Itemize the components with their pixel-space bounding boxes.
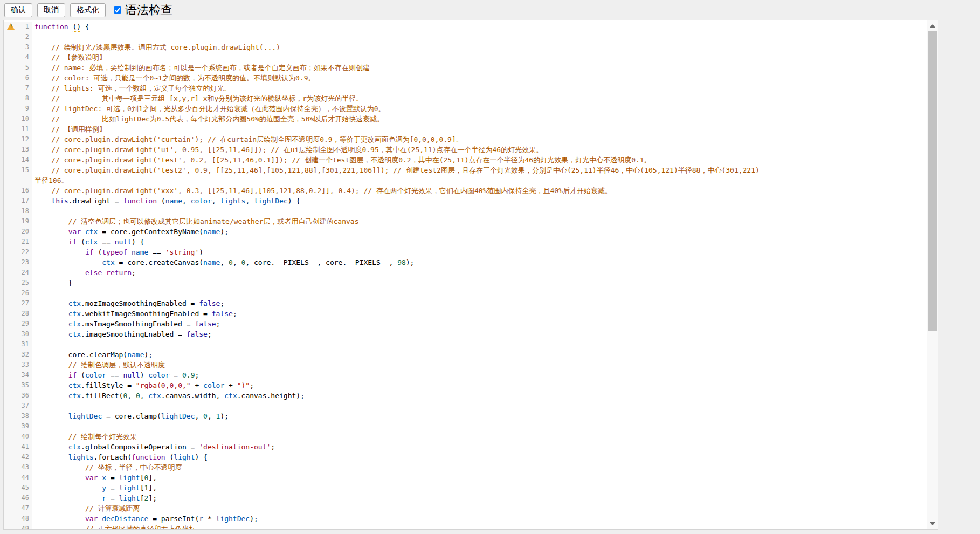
scroll-up-icon[interactable] bbox=[930, 24, 935, 28]
code-line[interactable]: 6 // color: 可选，只能是一个0~1之间的数，为不透明度的值。不填则默… bbox=[4, 73, 927, 83]
code-line[interactable]: 33 // 绘制色调层，默认不透明度 bbox=[4, 360, 927, 370]
code-line[interactable]: 42 lights.forEach(function (light) { bbox=[4, 452, 927, 462]
code-line[interactable]: 18 bbox=[4, 206, 927, 216]
code-line[interactable]: 47 // 计算衰减距离 bbox=[4, 503, 927, 514]
scrollbar-thumb[interactable] bbox=[928, 31, 937, 331]
code-text: if (ctx == null) { bbox=[32, 237, 927, 247]
code-line[interactable]: 2 bbox=[4, 32, 927, 42]
gutter: 35 bbox=[4, 380, 32, 391]
code-line[interactable]: 30 ctx.imageSmoothingEnabled = false; bbox=[4, 329, 927, 339]
code-line[interactable]: 27 ctx.mozImageSmoothingEnabled = false; bbox=[4, 298, 927, 309]
gutter: 8 bbox=[4, 93, 32, 104]
code-line[interactable]: 11 // 【调用样例】 bbox=[4, 124, 927, 134]
line-number: 35 bbox=[13, 380, 29, 391]
code-line[interactable]: 49 // 正方形区域的直径和左上角坐标 bbox=[4, 524, 927, 530]
code-line[interactable]: 31 bbox=[4, 339, 927, 350]
code-line[interactable]: 13 // core.plugin.drawLight('ui', 0.95, … bbox=[4, 145, 927, 155]
line-number: 46 bbox=[13, 493, 29, 503]
code-line[interactable]: 8 // 其中每一项是三元组 [x,y,r] x和y分别为该灯光的横纵坐标，r为… bbox=[4, 93, 927, 104]
confirm-button[interactable]: 确认 bbox=[4, 3, 32, 17]
line-number: 37 bbox=[13, 401, 29, 411]
line-number: 14 bbox=[13, 155, 29, 165]
syntax-check-label: 语法检查 bbox=[125, 2, 172, 18]
code-line[interactable]: 44 var x = light[0], bbox=[4, 473, 927, 483]
code-line[interactable]: 19 // 清空色调层；也可以修改成其它层比如animate/weather层，… bbox=[4, 216, 927, 227]
gutter: 28 bbox=[4, 309, 32, 319]
code-line[interactable]: 48 var decDistance = parseInt(r * lightD… bbox=[4, 514, 927, 524]
code-line[interactable]: 7 // lights: 可选，一个数组，定义了每个独立的灯光。 bbox=[4, 83, 927, 93]
code-line[interactable]: 37 bbox=[4, 401, 927, 411]
gutter: 1 bbox=[4, 22, 32, 32]
code-line[interactable]: 3 // 绘制灯光/漆黑层效果。调用方式 core.plugin.drawLig… bbox=[4, 42, 927, 52]
gutter: 39 bbox=[4, 421, 32, 432]
code-line[interactable]: 26 bbox=[4, 288, 927, 298]
code-line[interactable]: 32 core.clearMap(name); bbox=[4, 350, 927, 360]
code-line[interactable]: 40 // 绘制每个灯光效果 bbox=[4, 432, 927, 442]
gutter: 19 bbox=[4, 216, 32, 227]
gutter: 36 bbox=[4, 391, 32, 401]
code-line[interactable]: 9 // lightDec: 可选，0到1之间，光从多少百分比才开始衰减（在此范… bbox=[4, 104, 927, 114]
code-line[interactable]: 43 // 坐标，半径，中心不透明度 bbox=[4, 462, 927, 473]
code-line[interactable]: 20 var ctx = core.getContextByName(name)… bbox=[4, 227, 927, 237]
code-line[interactable]: 29 ctx.msImageSmoothingEnabled = false; bbox=[4, 319, 927, 329]
code-line[interactable]: 45 y = light[1], bbox=[4, 483, 927, 493]
gutter: 30 bbox=[4, 329, 32, 339]
line-number: 25 bbox=[13, 278, 29, 288]
code-text: lightDec = core.clamp(lightDec, 0, 1); bbox=[32, 411, 927, 421]
code-line[interactable]: 22 if (typeof name == 'string') bbox=[4, 247, 927, 257]
code-line[interactable]: 35 ctx.fillStyle = "rgba(0,0,0," + color… bbox=[4, 380, 927, 391]
code-line[interactable]: 28 ctx.webkitImageSmoothingEnabled = fal… bbox=[4, 309, 927, 319]
scrollbar-track[interactable] bbox=[927, 20, 938, 529]
code-line[interactable]: 14 // core.plugin.drawLight('test', 0.2,… bbox=[4, 155, 927, 165]
code-text: // 计算衰减距离 bbox=[32, 503, 927, 514]
line-number: 48 bbox=[13, 514, 29, 524]
line-number: 29 bbox=[13, 319, 29, 329]
gutter: 15 bbox=[4, 165, 32, 175]
code-line[interactable]: 5 // name: 必填，要绘制到的画布名；可以是一个系统画布，或者是个自定义… bbox=[4, 63, 927, 73]
gutter: 22 bbox=[4, 247, 32, 257]
code-text: // 绘制灯光/漆黑层效果。调用方式 core.plugin.drawLight… bbox=[32, 42, 927, 52]
code-text: } bbox=[32, 278, 927, 288]
code-text: // name: 必填，要绘制到的画布名；可以是一个系统画布，或者是个自定义画布… bbox=[32, 63, 927, 73]
scroll-down-icon[interactable] bbox=[930, 522, 935, 525]
line-number: 45 bbox=[13, 483, 29, 493]
code-line[interactable]: 46 r = light[2]; bbox=[4, 493, 927, 503]
code-text: if (typeof name == 'string') bbox=[32, 247, 927, 257]
code-line[interactable]: 12 // core.plugin.drawLight('curtain'); … bbox=[4, 134, 927, 145]
code-line[interactable]: 41 ctx.globalCompositeOperation = 'desti… bbox=[4, 442, 927, 452]
code-line[interactable]: 1function () { bbox=[4, 22, 927, 32]
code-line[interactable]: 24 else return; bbox=[4, 268, 927, 278]
line-number: 36 bbox=[13, 391, 29, 401]
gutter: 23 bbox=[4, 257, 32, 268]
code-line[interactable]: 38 lightDec = core.clamp(lightDec, 0, 1)… bbox=[4, 411, 927, 421]
gutter: 24 bbox=[4, 268, 32, 278]
code-line[interactable]: 16 // core.plugin.drawLight('xxx', 0.3, … bbox=[4, 186, 927, 196]
line-number: 32 bbox=[13, 350, 29, 360]
code-line[interactable]: 15 // core.plugin.drawLight('test2', 0.9… bbox=[4, 165, 927, 175]
format-button[interactable]: 格式化 bbox=[70, 3, 106, 17]
line-number: 8 bbox=[13, 93, 29, 104]
code-text bbox=[32, 206, 927, 216]
cancel-button[interactable]: 取消 bbox=[37, 3, 65, 17]
code-line[interactable]: 34 if (color == null) color = 0.9; bbox=[4, 370, 927, 380]
code-line[interactable]: 21 if (ctx == null) { bbox=[4, 237, 927, 247]
code-line[interactable]: 4 // 【参数说明】 bbox=[4, 52, 927, 63]
code-text: // 绘制色调层，默认不透明度 bbox=[32, 360, 927, 370]
line-number: 33 bbox=[13, 360, 29, 370]
code-line[interactable]: 36 ctx.fillRect(0, 0, ctx.canvas.width, … bbox=[4, 391, 927, 401]
code-text: y = light[1], bbox=[32, 483, 927, 493]
code-text: // 其中每一项是三元组 [x,y,r] x和y分别为该灯光的横纵坐标，r为该灯… bbox=[32, 93, 927, 104]
code-line[interactable]: 半径106。 bbox=[4, 175, 927, 186]
code-text: // lightDec: 可选，0到1之间，光从多少百分比才开始衰减（在此范围内… bbox=[32, 104, 927, 114]
code-line[interactable]: 39 bbox=[4, 421, 927, 432]
code-line[interactable]: 23 ctx = core.createCanvas(name, 0, 0, c… bbox=[4, 257, 927, 268]
line-number: 2 bbox=[13, 32, 29, 42]
gutter: 18 bbox=[4, 206, 32, 216]
code-line[interactable]: 17 this.drawLight = function (name, colo… bbox=[4, 196, 927, 206]
syntax-check-checkbox[interactable] bbox=[114, 6, 121, 14]
gutter: 2 bbox=[4, 32, 32, 42]
gutter: 44 bbox=[4, 473, 32, 483]
code-line[interactable]: 25 } bbox=[4, 278, 927, 288]
code-line[interactable]: 10 // 比如lightDec为0.5代表，每个灯光部分内圈50%的范围全亮，… bbox=[4, 114, 927, 124]
code-editor[interactable]: 1function () {23 // 绘制灯光/漆黑层效果。调用方式 core… bbox=[3, 20, 938, 530]
